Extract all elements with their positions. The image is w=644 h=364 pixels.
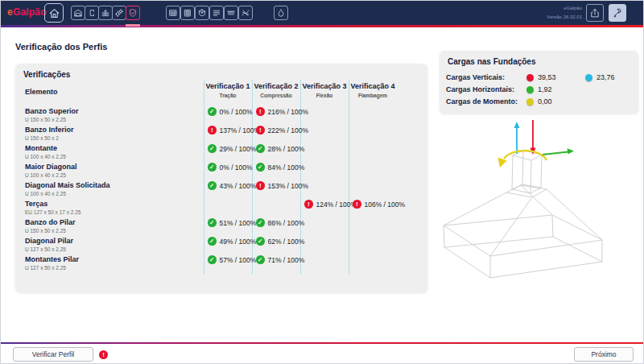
version-info: eGalpão Versão 26.02.01 [516, 4, 582, 22]
building-grid-button[interactable] [180, 6, 195, 20]
c-profile-button[interactable] [85, 6, 99, 20]
element-name: Montante [25, 144, 57, 152]
layers-icon [101, 8, 110, 18]
app-window: eGalpão [0, 0, 644, 364]
load-row: Cargas de Momento:0,00 [440, 97, 638, 107]
verification-value: 124% / 100% [316, 201, 357, 209]
load-value-group: 39,53 [526, 73, 556, 81]
verification-cell: ✓49% / 100% [208, 236, 256, 246]
verification-cell: ✓0% / 100% [208, 162, 253, 172]
verification-value: 71% / 100% [268, 256, 305, 264]
column-label: Verificação 3 [300, 82, 349, 90]
droplet-button[interactable] [274, 6, 288, 20]
settings-button[interactable] [609, 4, 626, 22]
loads-panel-title: Cargas nas Fundações [448, 57, 535, 66]
verification-value: 84% / 100% [268, 163, 305, 172]
topbar-accent-line [1, 25, 644, 27]
verification-cell: !106% / 100% [353, 199, 405, 209]
check-icon: ✓ [256, 237, 265, 246]
element-profile: U 100 x 40 x 2.25 [25, 191, 66, 196]
table-row: Banzo SuperiorU 150 x 50 x 2.25✓0% / 100… [15, 107, 427, 126]
load-color-dot [585, 74, 592, 81]
home-button[interactable] [44, 3, 64, 23]
wrench-icon [612, 7, 623, 19]
app-logo: eGalpão [7, 6, 47, 18]
element-name: Banzo Superior [25, 107, 79, 115]
element-name: Banzo do Pilar [25, 218, 76, 226]
element-profile: U 150 x 50 x 2 [25, 135, 59, 141]
load-value: 23,76 [597, 73, 615, 81]
list-button[interactable] [209, 6, 224, 20]
home-icon [48, 7, 60, 19]
column-label: Verificação 4 [349, 82, 397, 90]
columns-button[interactable] [224, 6, 238, 20]
verifications-panel: Verificações Elemento Verificação 1Traçã… [15, 64, 427, 292]
error-icon: ! [256, 126, 265, 134]
element-column-header: Elemento [25, 88, 58, 96]
check-icon: ✓ [208, 181, 217, 190]
element-profile: U 150 x 50 x 2.25 [25, 117, 66, 122]
footer: Verificar Perfil ! Próximo [1, 344, 644, 364]
droplet-icon [276, 8, 286, 18]
next-button[interactable]: Próximo [574, 347, 634, 362]
verification-column-header: Verificação 2Compressão [252, 82, 300, 98]
export-button[interactable] [586, 4, 604, 22]
element-name: Diagonal Mais Solicitada [25, 181, 110, 189]
version-app-name: eGalpão [516, 4, 582, 13]
horizontal-load-arrow [543, 148, 574, 155]
element-name: Montantes Pilar [25, 255, 79, 263]
verification-button[interactable] [126, 6, 140, 20]
element-profile: U 100 x 40 x 2.25 [25, 172, 66, 178]
verification-cell: !222% / 100% [256, 125, 308, 135]
foundation-3d-view [438, 120, 639, 285]
verification-cell: ✓86% / 100% [256, 217, 304, 228]
load-value: 0,00 [538, 97, 552, 105]
verification-value: 137% / 100% [220, 126, 261, 134]
verification-value: 0% / 100% [220, 108, 253, 116]
gears-icon [114, 8, 124, 18]
vertical-load-up-arrow [514, 122, 520, 154]
table-row: TerçasEU 127 x 50 x 17 x 2.25!124% / 100… [15, 200, 427, 218]
load-value: 39,53 [538, 73, 556, 81]
element-profile: U 127 x 50 x 2.25 [25, 265, 66, 271]
logo-e: e [7, 6, 13, 18]
cube-3d-icon [197, 8, 207, 18]
active-tab-underline [126, 24, 140, 27]
verify-profile-button[interactable]: Verificar Perfil [13, 347, 93, 362]
load-label: Cargas Horizontais: [446, 85, 514, 93]
table-button[interactable] [166, 6, 180, 20]
verification-cell: ✓62% / 100% [256, 236, 304, 246]
verification-value: 216% / 100% [268, 108, 309, 116]
column-label: Verificação 1 [204, 82, 252, 90]
verification-column-header: Verificação 4Flambagem [349, 82, 397, 98]
verification-cell: ✓0% / 100% [208, 106, 253, 117]
verification-cell: ✓28% / 100% [256, 143, 304, 154]
element-profile: U 150 x 50 x 2.25 [25, 228, 66, 234]
verification-cell: ✓71% / 100% [256, 254, 304, 265]
element-profile: EU 127 x 50 x 17 x 2.25 [25, 209, 80, 215]
verification-value: 153% / 100% [268, 182, 309, 190]
verification-cell: !153% / 100% [256, 180, 308, 191]
load-color-dot [526, 86, 534, 93]
logo-text: Galpão [13, 6, 47, 18]
load-row: Cargas Horizontais:1,92 [440, 85, 638, 95]
building-grid-icon [183, 8, 192, 18]
list-icon [212, 8, 221, 18]
error-icon: ! [256, 107, 265, 116]
steel-sketch-button[interactable] [238, 6, 253, 20]
view-3d-button[interactable] [195, 6, 209, 20]
verification-value: 28% / 100% [268, 145, 305, 153]
layers-button[interactable] [98, 6, 113, 20]
check-icon: ✓ [256, 144, 265, 153]
table-row: Diagonal PilarU 127 x 50 x 2.25✓49% / 10… [15, 237, 427, 255]
error-icon: ! [304, 200, 313, 209]
column-label: Verificação 2 [252, 82, 300, 90]
check-icon: ✓ [256, 255, 265, 264]
gears-button[interactable] [112, 6, 126, 20]
load-color-dot [526, 74, 534, 81]
export-icon [589, 7, 601, 19]
verification-cell: !124% / 100% [304, 199, 357, 209]
warehouse-button[interactable] [71, 6, 85, 20]
verification-cell: ✓29% / 100% [208, 143, 256, 154]
check-icon: ✓ [208, 237, 217, 246]
